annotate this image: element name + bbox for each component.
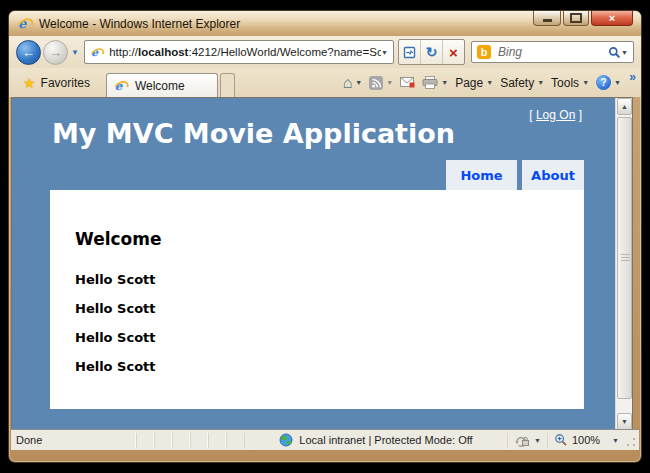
scroll-up-icon: ▲ <box>621 103 628 110</box>
status-pane <box>172 433 190 448</box>
page-menu-dropdown: ▼ <box>486 79 493 86</box>
site-menu: Home About <box>446 160 584 190</box>
tab-welcome[interactable]: e Welcome <box>106 73 218 97</box>
status-pane <box>226 433 244 448</box>
safety-menu-dropdown: ▼ <box>537 79 544 86</box>
login-bracket-open: [ <box>529 108 532 122</box>
resize-grip[interactable] <box>625 436 637 448</box>
forward-button[interactable]: → <box>43 40 68 65</box>
status-pane <box>154 433 172 448</box>
page-menu[interactable]: Page ▼ <box>455 76 493 90</box>
status-pane <box>136 433 154 448</box>
minimize-button[interactable] <box>533 11 561 26</box>
address-bar[interactable]: e http://localhost:4212/HelloWorld/Welco… <box>84 40 394 64</box>
scrollbar-grip-icon <box>621 254 630 262</box>
web-page: [ Log On ] My MVC Movie Application Home… <box>12 98 615 430</box>
back-button[interactable]: ← <box>16 40 41 65</box>
back-arrow-icon: ← <box>22 45 35 60</box>
home-dropdown[interactable]: ▼ <box>355 79 362 86</box>
scroll-up-button[interactable]: ▲ <box>617 98 632 115</box>
tools-menu-dropdown: ▼ <box>582 79 589 86</box>
status-pane <box>190 433 208 448</box>
stop-button[interactable]: × <box>442 40 464 64</box>
menu-item-about[interactable]: About <box>522 160 584 190</box>
window-title: Welcome - Windows Internet Explorer <box>39 17 240 31</box>
minimize-icon <box>543 19 552 22</box>
tab-title: Welcome <box>135 79 185 93</box>
log-on-link[interactable]: Log On <box>536 108 575 122</box>
navigation-bar: ← → ▼ e http://localhost:4212/HelloWorld… <box>9 36 641 68</box>
privacy-dropdown[interactable]: ▼ <box>534 437 541 444</box>
rss-feed-icon <box>369 76 383 90</box>
refresh-icon: ↻ <box>426 44 438 60</box>
more-commands-chevron[interactable]: » <box>629 70 636 84</box>
close-button[interactable]: × <box>591 11 633 26</box>
search-dropdown[interactable]: ▼ <box>621 49 628 56</box>
scroll-down-button[interactable]: ▼ <box>617 413 632 430</box>
stop-icon: × <box>449 45 458 60</box>
mvc-page: [ Log On ] My MVC Movie Application Home… <box>50 98 584 430</box>
print-button[interactable]: ▼ <box>422 76 448 89</box>
inprivate-filter-icon[interactable] <box>514 434 530 447</box>
safety-menu[interactable]: Safety ▼ <box>500 76 544 90</box>
welcome-heading: Welcome <box>75 229 584 249</box>
window-controls: × <box>531 11 633 26</box>
status-text: Done <box>11 434 136 446</box>
intranet-globe-icon <box>279 433 293 447</box>
maximize-icon <box>570 13 582 23</box>
greeting-line: Hello Scott <box>75 330 584 345</box>
tools-menu-label: Tools <box>551 76 579 90</box>
mail-icon <box>400 77 415 88</box>
zone-info-text: Local intranet | Protected Mode: Off <box>299 434 472 446</box>
refresh-button[interactable]: ↻ <box>420 40 442 64</box>
page-menu-label: Page <box>455 76 483 90</box>
address-dropdown[interactable]: ▼ <box>381 49 388 56</box>
search-input[interactable] <box>496 44 608 60</box>
help-button[interactable]: ? ▼ <box>596 75 621 90</box>
tools-menu[interactable]: Tools ▼ <box>551 76 589 90</box>
tab-bar: ★ Favorites e Welcome ⌂ ▼ ▼ <box>9 68 641 97</box>
search-icon[interactable] <box>608 46 621 59</box>
printer-icon <box>422 76 438 89</box>
browser-window: e Welcome - Windows Internet Explorer × … <box>8 10 642 463</box>
greeting-line: Hello Scott <box>75 272 584 287</box>
greeting-line: Hello Scott <box>75 359 584 374</box>
close-icon: × <box>609 13 615 24</box>
menu-item-home[interactable]: Home <box>446 160 517 190</box>
browser-viewport: [ Log On ] My MVC Movie Application Home… <box>11 97 633 431</box>
maximize-button[interactable] <box>563 11 589 26</box>
vertical-scrollbar[interactable]: ▲ ▼ <box>615 98 632 430</box>
help-dropdown[interactable]: ▼ <box>614 79 621 86</box>
address-url[interactable]: http://localhost:4212/HelloWorld/Welcome… <box>109 46 381 58</box>
zoom-icon[interactable] <box>554 433 568 447</box>
security-zone-pane: Local intranet | Protected Mode: Off <box>244 433 507 448</box>
new-tab-stub[interactable] <box>220 73 235 97</box>
forward-arrow-icon: → <box>49 45 62 60</box>
zoom-pane: 100% ▼ <box>547 433 625 448</box>
login-bracket-close: ] <box>579 108 582 122</box>
feeds-button[interactable]: ▼ <box>369 76 393 90</box>
zoom-level[interactable]: 100% <box>572 434 600 446</box>
search-box[interactable]: b ▼ <box>471 41 634 63</box>
compatibility-view-button[interactable] <box>399 40 420 64</box>
feeds-dropdown[interactable]: ▼ <box>386 79 393 86</box>
read-mail-button[interactable] <box>400 77 415 88</box>
login-display: [ Log On ] <box>529 108 582 122</box>
privacy-pane: ▼ <box>507 433 547 448</box>
print-dropdown[interactable]: ▼ <box>441 79 448 86</box>
safety-menu-label: Safety <box>500 76 534 90</box>
home-icon: ⌂ <box>343 75 353 91</box>
zoom-dropdown[interactable]: ▼ <box>612 437 619 444</box>
history-dropdown[interactable]: ▼ <box>71 49 79 56</box>
title-bar[interactable]: e Welcome - Windows Internet Explorer × <box>9 11 641 36</box>
address-buttons: ↻ × <box>398 39 465 65</box>
home-button[interactable]: ⌂ ▼ <box>343 75 363 91</box>
main-content: Welcome Hello Scott Hello Scott Hello Sc… <box>50 190 584 409</box>
status-bar: Done Local intranet | Protected Mode: Of… <box>11 429 639 450</box>
favorites-star-icon: ★ <box>23 75 36 91</box>
status-pane <box>208 433 226 448</box>
scrollbar-thumb[interactable] <box>617 117 632 399</box>
compatibility-view-icon <box>403 46 416 59</box>
bing-logo-icon: b <box>477 45 491 59</box>
favorites-button[interactable]: ★ Favorites <box>15 71 98 95</box>
